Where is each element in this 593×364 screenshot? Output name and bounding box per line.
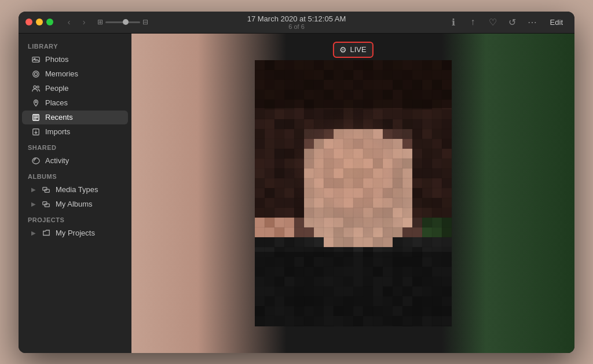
- rotate-button[interactable]: ↺: [506, 16, 519, 28]
- sidebar-item-photos[interactable]: Photos: [22, 53, 128, 67]
- sidebar-item-imports[interactable]: Imports: [22, 125, 128, 139]
- my-albums-icon: [42, 200, 51, 209]
- recents-icon: [31, 113, 41, 122]
- activity-icon: [31, 156, 41, 166]
- media-types-label: Media Types: [56, 185, 98, 194]
- activity-label: Activity: [45, 156, 69, 165]
- grid-small-icon: ⊞: [97, 18, 103, 26]
- app-window: ‹ › ⊞ ⊟ 17 March 2020 at 5:12:05 AM 6 of…: [19, 12, 574, 353]
- imports-label: Imports: [45, 127, 70, 136]
- expand-arrow-projects: ▶: [31, 230, 36, 236]
- live-gear-icon: ⚙: [339, 45, 347, 54]
- photo-count: 6 of 6: [247, 23, 346, 30]
- share-button[interactable]: ↑: [467, 16, 479, 28]
- svg-point-2: [33, 71, 39, 77]
- library-header: Library: [19, 38, 131, 52]
- shared-header: Shared: [19, 139, 131, 153]
- projects-header: Projects: [19, 212, 131, 226]
- my-albums-label: My Albums: [56, 200, 93, 208]
- close-button[interactable]: [25, 19, 32, 25]
- my-projects-icon: [42, 229, 51, 238]
- slider-thumb: [123, 19, 129, 25]
- sidebar-item-my-projects[interactable]: ▶ My Projects: [22, 226, 128, 240]
- expand-arrow-albums: ▶: [31, 201, 36, 207]
- traffic-lights: [25, 19, 53, 25]
- titlebar-left: ‹ › ⊞ ⊟: [25, 16, 148, 28]
- nav-buttons: ‹ ›: [63, 16, 90, 28]
- places-icon: [31, 98, 41, 108]
- svg-point-5: [37, 86, 39, 88]
- svg-point-4: [34, 86, 36, 88]
- people-icon: [31, 84, 41, 93]
- svg-point-3: [34, 72, 37, 75]
- sidebar-item-places[interactable]: Places: [22, 96, 128, 110]
- zoom-slider[interactable]: [105, 21, 140, 23]
- sidebar-item-people[interactable]: People: [22, 82, 128, 95]
- sidebar-item-activity[interactable]: Activity: [22, 154, 128, 168]
- albums-header: Albums: [19, 168, 131, 182]
- recents-label: Recents: [45, 113, 73, 122]
- photos-label: Photos: [45, 55, 68, 64]
- maximize-button[interactable]: [46, 19, 53, 25]
- imports-icon: [31, 127, 41, 137]
- photo-area: ⚙ LIVE: [131, 34, 574, 353]
- titlebar: ‹ › ⊞ ⊟ 17 March 2020 at 5:12:05 AM 6 of…: [19, 12, 574, 34]
- photo-container: [255, 60, 452, 326]
- live-badge[interactable]: ⚙ LIVE: [332, 42, 373, 58]
- edit-button[interactable]: Edit: [546, 17, 568, 28]
- titlebar-center: 17 March 2020 at 5:12:05 AM 6 of 6: [247, 14, 346, 30]
- grid-large-icon: ⊟: [142, 18, 148, 26]
- forward-button[interactable]: ›: [78, 16, 90, 28]
- people-label: People: [45, 84, 68, 93]
- titlebar-right: ℹ ↑ ♡ ↺ ⋯ Edit: [447, 16, 568, 28]
- main-content: Library Photos Memories People: [19, 34, 574, 353]
- my-projects-label: My Projects: [56, 229, 95, 237]
- places-label: Places: [45, 98, 68, 107]
- media-types-icon: [42, 185, 51, 194]
- svg-point-6: [35, 101, 37, 102]
- more-button[interactable]: ⋯: [526, 16, 539, 28]
- photos-icon: [31, 55, 41, 64]
- live-label: LIVE: [350, 45, 366, 54]
- heart-button[interactable]: ♡: [486, 16, 499, 28]
- sidebar: Library Photos Memories People: [19, 34, 131, 353]
- zoom-slider-area: ⊞ ⊟: [97, 18, 148, 26]
- minimize-button[interactable]: [36, 19, 43, 25]
- expand-arrow-media: ▶: [31, 186, 36, 193]
- sidebar-item-my-albums[interactable]: ▶ My Albums: [22, 197, 128, 211]
- memories-icon: [31, 69, 41, 79]
- memories-label: Memories: [45, 69, 78, 78]
- photo-canvas: [255, 60, 452, 326]
- sidebar-item-recents[interactable]: Recents: [22, 111, 128, 124]
- back-button[interactable]: ‹: [63, 16, 75, 28]
- window-title: 17 March 2020 at 5:12:05 AM: [247, 14, 346, 23]
- sidebar-item-memories[interactable]: Memories: [22, 67, 128, 81]
- sidebar-item-media-types[interactable]: ▶ Media Types: [22, 183, 128, 197]
- info-button[interactable]: ℹ: [447, 16, 460, 28]
